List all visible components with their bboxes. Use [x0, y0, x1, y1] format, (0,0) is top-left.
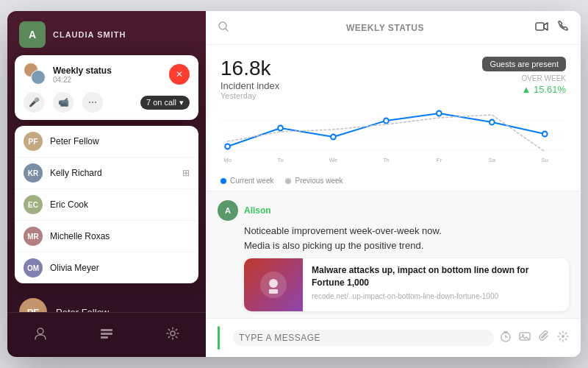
video-call-button[interactable] [535, 20, 548, 35]
video-button[interactable]: 📹 [53, 92, 74, 113]
message-input[interactable] [233, 330, 494, 346]
end-call-button[interactable]: ✕ [169, 64, 190, 85]
participant-avatar: OM [24, 258, 43, 277]
list-item[interactable]: OM Olivia Meyer [15, 252, 198, 283]
svg-point-26 [269, 279, 278, 288]
input-accent-bar [218, 326, 220, 350]
participant-avatar: PF [24, 132, 43, 151]
participants-dropdown: PF Peter Fellow KR Kelly Richard ⊞ EC Er… [15, 126, 198, 283]
list-item[interactable]: PF Peter Fellow [15, 126, 198, 158]
participant-avatar: MR [24, 227, 43, 246]
svg-text:Fr: Fr [437, 157, 442, 163]
over-week-label: OVER WEEK [482, 74, 566, 82]
list-item[interactable]: EC Eric Cook [15, 189, 198, 221]
mute-button[interactable]: 🎤 [24, 92, 44, 113]
main-panel: WEEKLY STATUS 16.8k [206, 11, 581, 357]
list-item[interactable]: MR Michelle Roxas [15, 221, 198, 252]
conversation-list: PF Peter Fellow MR Michelle Roxas Pinged… [7, 288, 206, 312]
screen-share-icon: ⊞ [182, 168, 190, 178]
call-count-badge[interactable]: 7 on call ▾ [140, 96, 190, 110]
svg-rect-6 [536, 23, 544, 30]
search-icon[interactable] [218, 21, 229, 35]
chart-section: 16.8k Incident index Yesterday Guests ar… [206, 45, 581, 191]
chats-button[interactable] [93, 320, 120, 347]
call-time: 04:22 [53, 76, 112, 84]
sidebar-bottom-nav [7, 312, 206, 357]
svg-text:We: We [329, 157, 337, 163]
attachment-button[interactable] [538, 330, 550, 345]
svg-text:Tu: Tu [277, 157, 284, 163]
svg-point-12 [331, 135, 336, 140]
avatar: A [19, 21, 46, 48]
image-button[interactable] [519, 330, 531, 345]
msg-header: A Alison [218, 200, 569, 221]
svg-rect-1 [101, 329, 112, 331]
input-container[interactable] [233, 330, 494, 346]
svg-point-14 [437, 111, 442, 116]
svg-point-4 [171, 331, 175, 336]
call-avatar-group [24, 63, 47, 86]
avatar: PF [19, 298, 47, 312]
message-input-area [206, 318, 581, 357]
app-window: A CLAUDIA SMITH Weekly status 04:22 ✕ [7, 11, 581, 357]
link-card[interactable]: Malware attacks up, impact on bottom lin… [244, 258, 569, 311]
timer-button[interactable] [500, 330, 512, 345]
chart-stat: Guests are present OVER WEEK ▲ 15.61% [482, 57, 566, 96]
svg-text:Th: Th [383, 157, 390, 163]
end-call-icon: ✕ [176, 69, 183, 79]
chart-legend: Current week Previous week [220, 172, 566, 185]
chart-metric: 16.8k Incident index Yesterday [220, 57, 279, 100]
input-actions [500, 330, 569, 345]
sender-name: Alison [244, 205, 271, 216]
main-title: WEEKLY STATUS [235, 23, 535, 33]
participant-avatar: KR [24, 163, 43, 183]
participant-name: Peter Fellow [50, 136, 190, 146]
svg-text:Su: Su [542, 157, 548, 163]
link-card-title: Malware attacks up, impact on bottom lin… [312, 264, 560, 289]
svg-point-11 [278, 126, 283, 131]
link-card-url: recode.net/..up-impact-on-bottom-line-do… [312, 292, 560, 300]
participant-avatar: EC [24, 195, 43, 214]
sidebar-header: A CLAUDIA SMITH [7, 11, 206, 55]
svg-text:Sa: Sa [489, 157, 496, 163]
percent-change: ▲ 15.61% [521, 84, 566, 95]
contacts-button[interactable] [27, 320, 54, 347]
legend-dot-previous [285, 178, 291, 184]
list-item[interactable]: KR Kelly Richard ⊞ [15, 158, 198, 189]
voice-call-button[interactable] [557, 20, 569, 35]
more-button[interactable]: ⋯ [82, 92, 103, 113]
sidebar-item-peter-fellow[interactable]: PF Peter Fellow [7, 291, 206, 312]
main-header: WEEKLY STATUS [206, 11, 581, 45]
call-avatar-2 [31, 70, 46, 85]
participant-name: Eric Cook [50, 199, 190, 210]
call-actions: 🎤 📹 ⋯ 7 on call ▾ [24, 92, 190, 113]
messages-area: A Alison Noticeable improvement week-ove… [206, 191, 581, 318]
participant-name: Olivia Meyer [50, 263, 190, 273]
guests-badge: Guests are present [482, 57, 566, 71]
conv-info: Peter Fellow [56, 307, 194, 313]
legend-current: Current week [220, 177, 273, 185]
svg-point-0 [37, 328, 43, 334]
legend-dot-current [220, 178, 226, 184]
svg-rect-2 [101, 333, 112, 335]
link-card-content: Malware attacks up, impact on bottom lin… [303, 258, 569, 311]
message-group: A Alison Noticeable improvement week-ove… [218, 200, 569, 311]
call-info: Weekly status 04:22 [53, 66, 112, 84]
conv-name: Peter Fellow [56, 307, 194, 313]
svg-point-15 [490, 120, 495, 125]
link-card-image [244, 258, 303, 311]
participant-name: Michelle Roxas [50, 231, 190, 241]
chevron-down-icon: ▾ [179, 98, 184, 107]
header-actions [535, 20, 569, 35]
svg-rect-3 [101, 336, 108, 339]
svg-point-13 [384, 118, 389, 124]
legend-previous: Previous week [285, 177, 343, 185]
svg-text:Mo: Mo [223, 157, 232, 163]
sparkle-button[interactable] [557, 330, 569, 345]
sidebar-user-name: CLAUDIA SMITH [53, 30, 126, 39]
settings-button[interactable] [159, 320, 186, 347]
svg-point-10 [225, 144, 230, 149]
active-call-card: Weekly status 04:22 ✕ 🎤 📹 ⋯ 7 on call ▾ [15, 55, 198, 120]
svg-rect-25 [269, 289, 278, 294]
participant-name: Kelly Richard [50, 168, 175, 178]
